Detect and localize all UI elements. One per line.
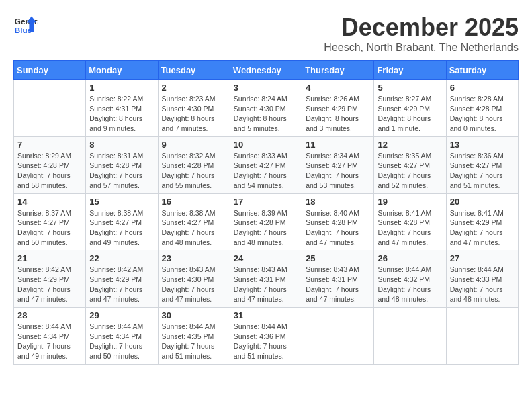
cell-info: Sunrise: 8:38 AM [162, 208, 226, 218]
cell-info: Sunset: 4:27 PM [378, 161, 442, 171]
cell-info: Sunset: 4:34 PM [17, 332, 82, 342]
calendar-cell: 28Sunrise: 8:44 AMSunset: 4:34 PMDayligh… [14, 308, 86, 365]
cell-info: Sunset: 4:28 PM [378, 218, 442, 228]
cell-info: Sunset: 4:29 PM [306, 104, 370, 114]
cell-info: Sunset: 4:30 PM [162, 104, 226, 114]
cell-info: Daylight: 7 hours and 47 minutes. [17, 285, 82, 304]
logo: General Blue [13, 13, 39, 38]
cell-info: Sunset: 4:27 PM [306, 161, 370, 171]
day-number: 4 [306, 83, 370, 93]
cell-info: Sunset: 4:28 PM [306, 218, 370, 228]
cell-info: Daylight: 7 hours and 47 minutes. [378, 228, 442, 247]
calendar-cell [14, 80, 86, 137]
cell-info: Daylight: 7 hours and 52 minutes. [378, 171, 442, 190]
calendar-week-4: 21Sunrise: 8:42 AMSunset: 4:29 PMDayligh… [14, 250, 519, 308]
cell-info: Daylight: 8 hours and 5 minutes. [234, 113, 298, 133]
calendar-cell: 6Sunrise: 8:28 AMSunset: 4:28 PMDaylight… [446, 80, 518, 137]
day-number: 16 [162, 197, 226, 207]
day-number: 12 [378, 140, 442, 150]
cell-info: Daylight: 7 hours and 57 minutes. [89, 171, 154, 190]
cell-info: Sunset: 4:28 PM [162, 161, 226, 171]
day-number: 28 [17, 310, 82, 320]
calendar-cell: 17Sunrise: 8:39 AMSunset: 4:28 PMDayligh… [230, 193, 302, 250]
calendar-cell: 10Sunrise: 8:33 AMSunset: 4:27 PMDayligh… [230, 136, 302, 193]
cell-info: Sunrise: 8:22 AM [89, 94, 154, 104]
cell-info: Sunset: 4:29 PM [89, 275, 154, 285]
cell-info: Sunset: 4:27 PM [162, 218, 226, 228]
calendar-cell: 12Sunrise: 8:35 AMSunset: 4:27 PMDayligh… [374, 136, 446, 193]
cell-info: Daylight: 7 hours and 51 minutes. [162, 341, 226, 361]
day-header-monday: Monday [86, 61, 158, 80]
cell-info: Daylight: 7 hours and 50 minutes. [89, 341, 154, 361]
calendar-cell: 2Sunrise: 8:23 AMSunset: 4:30 PMDaylight… [158, 80, 230, 137]
cell-info: Sunset: 4:29 PM [378, 104, 442, 114]
cell-info: Daylight: 7 hours and 48 minutes. [162, 228, 226, 247]
cell-info: Sunset: 4:27 PM [234, 161, 298, 171]
cell-info: Daylight: 7 hours and 53 minutes. [306, 171, 370, 190]
cell-info: Daylight: 8 hours and 9 minutes. [89, 113, 154, 133]
cell-info: Daylight: 8 hours and 3 minutes. [306, 113, 370, 133]
calendar-cell: 14Sunrise: 8:37 AMSunset: 4:27 PMDayligh… [14, 193, 86, 250]
calendar-cell: 29Sunrise: 8:44 AMSunset: 4:34 PMDayligh… [86, 308, 158, 365]
day-number: 11 [306, 140, 370, 150]
calendar-week-3: 14Sunrise: 8:37 AMSunset: 4:27 PMDayligh… [14, 193, 519, 250]
day-number: 10 [234, 140, 298, 150]
cell-info: Sunset: 4:36 PM [234, 332, 298, 342]
cell-info: Sunset: 4:32 PM [378, 275, 442, 285]
cell-info: Daylight: 8 hours and 1 minute. [378, 113, 442, 133]
cell-info: Sunrise: 8:43 AM [162, 265, 226, 275]
calendar-cell [374, 308, 446, 365]
day-number: 23 [162, 253, 226, 263]
day-number: 22 [89, 253, 154, 263]
cell-info: Sunset: 4:28 PM [450, 104, 515, 114]
cell-info: Sunset: 4:28 PM [17, 161, 82, 171]
calendar-cell: 23Sunrise: 8:43 AMSunset: 4:30 PMDayligh… [158, 250, 230, 308]
cell-info: Sunset: 4:31 PM [89, 104, 154, 114]
cell-info: Sunrise: 8:37 AM [17, 208, 82, 218]
cell-info: Sunset: 4:31 PM [234, 275, 298, 285]
cell-info: Daylight: 7 hours and 49 minutes. [89, 228, 154, 247]
cell-info: Sunset: 4:31 PM [306, 275, 370, 285]
day-number: 1 [89, 83, 154, 93]
cell-info: Sunrise: 8:36 AM [450, 151, 515, 161]
calendar-cell [302, 308, 374, 365]
day-header-saturday: Saturday [446, 61, 518, 80]
cell-info: Sunrise: 8:41 AM [450, 208, 515, 218]
cell-info: Sunrise: 8:26 AM [306, 94, 370, 104]
calendar-cell: 18Sunrise: 8:40 AMSunset: 4:28 PMDayligh… [302, 193, 374, 250]
calendar-cell: 9Sunrise: 8:32 AMSunset: 4:28 PMDaylight… [158, 136, 230, 193]
calendar-cell: 1Sunrise: 8:22 AMSunset: 4:31 PMDaylight… [86, 80, 158, 137]
day-number: 7 [17, 140, 82, 150]
cell-info: Daylight: 7 hours and 48 minutes. [234, 228, 298, 247]
day-number: 14 [17, 197, 82, 207]
calendar-cell: 7Sunrise: 8:29 AMSunset: 4:28 PMDaylight… [14, 136, 86, 193]
cell-info: Sunset: 4:30 PM [234, 104, 298, 114]
day-number: 15 [89, 197, 154, 207]
cell-info: Sunrise: 8:44 AM [162, 322, 226, 332]
cell-info: Daylight: 8 hours and 0 minutes. [450, 113, 515, 133]
cell-info: Sunrise: 8:44 AM [378, 265, 442, 275]
cell-info: Daylight: 7 hours and 47 minutes. [306, 228, 370, 247]
calendar-cell: 3Sunrise: 8:24 AMSunset: 4:30 PMDaylight… [230, 80, 302, 137]
month-title: December 2025 [324, 13, 519, 42]
day-number: 13 [450, 140, 515, 150]
calendar-cell: 27Sunrise: 8:44 AMSunset: 4:33 PMDayligh… [446, 250, 518, 308]
cell-info: Sunrise: 8:41 AM [378, 208, 442, 218]
cell-info: Daylight: 7 hours and 47 minutes. [450, 228, 515, 247]
cell-info: Sunrise: 8:39 AM [234, 208, 298, 218]
calendar-cell: 8Sunrise: 8:31 AMSunset: 4:28 PMDaylight… [86, 136, 158, 193]
calendar-cell: 26Sunrise: 8:44 AMSunset: 4:32 PMDayligh… [374, 250, 446, 308]
calendar-table: SundayMondayTuesdayWednesdayThursdayFrid… [13, 60, 519, 365]
calendar-cell: 11Sunrise: 8:34 AMSunset: 4:27 PMDayligh… [302, 136, 374, 193]
day-number: 8 [89, 140, 154, 150]
cell-info: Daylight: 7 hours and 48 minutes. [378, 285, 442, 304]
cell-info: Sunrise: 8:44 AM [89, 322, 154, 332]
day-header-friday: Friday [374, 61, 446, 80]
calendar-cell: 16Sunrise: 8:38 AMSunset: 4:27 PMDayligh… [158, 193, 230, 250]
cell-info: Daylight: 7 hours and 47 minutes. [306, 285, 370, 304]
cell-info: Sunset: 4:28 PM [89, 161, 154, 171]
calendar-cell: 13Sunrise: 8:36 AMSunset: 4:27 PMDayligh… [446, 136, 518, 193]
day-number: 18 [306, 197, 370, 207]
calendar-cell: 5Sunrise: 8:27 AMSunset: 4:29 PMDaylight… [374, 80, 446, 137]
cell-info: Sunset: 4:29 PM [450, 218, 515, 228]
